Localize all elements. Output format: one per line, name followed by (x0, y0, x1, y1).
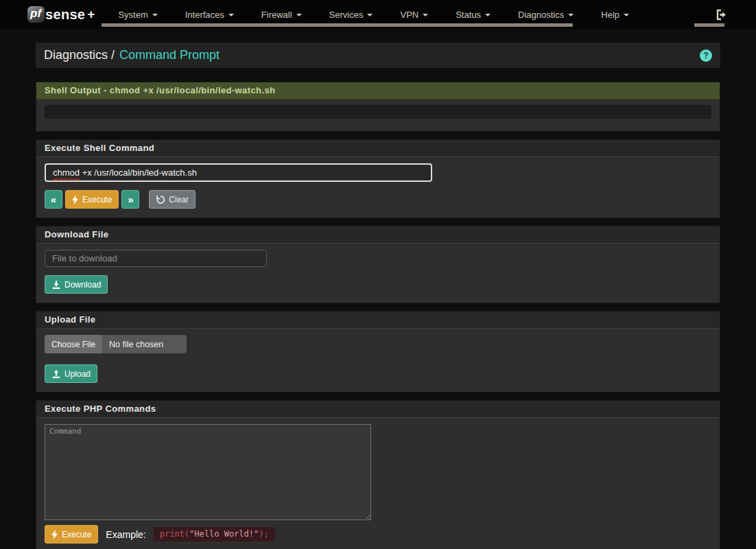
navbar-underline (102, 23, 573, 27)
pfsense-logo-pf: pf (27, 6, 45, 23)
download-icon (51, 280, 61, 290)
sign-out-icon (716, 9, 729, 21)
upload-icon (51, 369, 61, 379)
execute-shell-panel: Execute Shell Command chmod +x /usr/loca… (36, 139, 720, 218)
clear-button[interactable]: Clear (149, 190, 196, 209)
shell-button-row: « Execute » (45, 190, 711, 209)
choose-file-button[interactable]: Choose File (45, 335, 102, 353)
page-content: Diagnostics / Command Prompt ? Shell Out… (0, 29, 756, 549)
execute-php-body: Execute Example: print("Hello World!"); (36, 418, 720, 549)
caret-down-icon (296, 14, 302, 16)
caret-down-icon (485, 14, 491, 16)
download-button[interactable]: Download (45, 275, 108, 294)
upload-file-panel: Upload File Choose File No file chosen U… (36, 311, 720, 393)
caret-down-icon (152, 14, 158, 16)
nav-item-help[interactable]: Help (587, 0, 643, 29)
upload-file-header: Upload File (36, 312, 720, 329)
breadcrumb-section: Diagnostics / (44, 48, 115, 62)
shell-output-panel: Shell Output - chmod +x /usr/local/bin/l… (36, 82, 720, 132)
file-picker[interactable]: Choose File No file chosen (45, 335, 187, 353)
logout-button[interactable] (716, 9, 729, 21)
download-file-body: Download (36, 244, 720, 303)
download-button-row: Download (45, 275, 711, 294)
caret-down-icon (423, 14, 428, 16)
php-footer: Execute Example: print("Hello World!"); (45, 525, 711, 544)
history-prev-button[interactable]: « (45, 190, 62, 209)
upload-file-body: Choose File No file chosen Upload (36, 329, 720, 392)
pfsense-logo[interactable]: pfsense+ (27, 6, 95, 23)
navbar-underline-logout (694, 23, 724, 27)
caret-down-icon (624, 14, 629, 16)
pfsense-logo-sense: sense (45, 7, 85, 23)
shell-command-rest: +x /usr/local/bin/led-watch.sh (80, 167, 197, 178)
execute-shell-body: chmod +x /usr/local/bin/led-watch.sh « E… (36, 157, 720, 218)
example-code: print("Hello World!"); (154, 527, 275, 541)
upload-button-row: Upload (45, 364, 711, 383)
caret-down-icon (568, 14, 574, 16)
top-navbar: pfsense+ System Interfaces Firewall Serv… (0, 0, 756, 29)
shell-command-input[interactable]: chmod +x /usr/local/bin/led-watch.sh (45, 163, 432, 182)
history-next-button[interactable]: » (121, 190, 139, 209)
execute-php-header: Execute PHP Commands (36, 401, 720, 418)
download-file-input[interactable] (45, 250, 267, 267)
bolt-icon (51, 530, 58, 539)
upload-button[interactable]: Upload (45, 364, 97, 383)
shell-output-box (45, 105, 711, 119)
breadcrumb-page-link[interactable]: Command Prompt (119, 48, 220, 62)
bolt-icon (72, 195, 79, 205)
caret-down-icon (367, 14, 373, 16)
execute-php-button[interactable]: Execute (45, 525, 98, 544)
download-file-panel: Download File Download (36, 226, 720, 303)
undo-icon (156, 195, 165, 205)
shell-output-header: Shell Output - chmod +x /usr/local/bin/l… (36, 82, 720, 100)
caret-down-icon (228, 14, 234, 16)
shell-output-body (36, 100, 720, 131)
execute-shell-button[interactable]: Execute (65, 190, 119, 209)
php-command-textarea[interactable] (45, 424, 371, 520)
file-status-text: No file chosen (102, 340, 170, 349)
breadcrumb: Diagnostics / Command Prompt ? (36, 43, 720, 68)
shell-command-word: chmod (53, 167, 80, 178)
download-file-header: Download File (36, 226, 720, 244)
example-label: Example: (106, 529, 145, 540)
execute-shell-header: Execute Shell Command (36, 140, 720, 157)
pfsense-logo-plus: + (87, 7, 95, 22)
execute-php-panel: Execute PHP Commands Execute Example: pr… (36, 400, 720, 549)
help-icon[interactable]: ? (700, 49, 712, 62)
